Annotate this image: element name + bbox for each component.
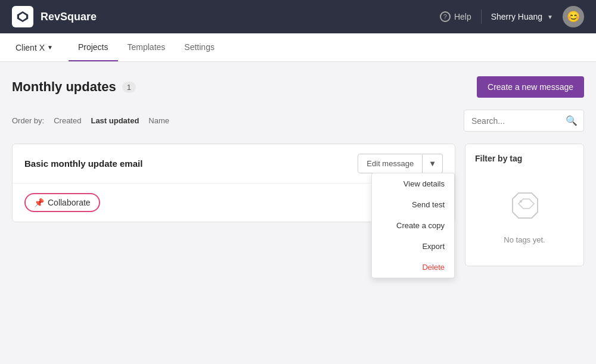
dropdown-delete[interactable]: Delete [372, 257, 454, 278]
nav-left: RevSquare [12, 6, 97, 27]
content-area: Basic monthly update email Edit message … [12, 144, 455, 266]
collaborate-tag: 📌 Collaborate [24, 193, 100, 212]
search-icon[interactable]: 🔍 [560, 110, 583, 131]
edit-message-dropdown-button[interactable]: ▼ [423, 154, 443, 173]
help-label: Help [454, 12, 471, 21]
order-by-created[interactable]: Created [49, 114, 86, 127]
message-card-title: Basic monthly update email [24, 158, 142, 169]
client-chevron-icon: ▼ [47, 44, 53, 51]
create-message-button[interactable]: Create a new message [477, 76, 584, 98]
client-name: Client X [15, 43, 45, 52]
main-layout: Basic monthly update email Edit message … [12, 144, 584, 266]
user-menu[interactable]: Sherry Huang ▼ [491, 12, 553, 21]
count-badge: 1 [122, 82, 136, 93]
dropdown-create-copy[interactable]: Create a copy [372, 215, 454, 236]
filter-sidebar: Filter by tag No tags yet. [465, 144, 584, 266]
dropdown-view-details[interactable]: View details [372, 173, 454, 194]
title-section: Monthly updates 1 [12, 79, 136, 95]
order-search-row: Order by: Created Last updated Name 🔍 [12, 110, 584, 132]
filter-title: Filter by tag [475, 154, 574, 163]
tag-icon [507, 187, 542, 229]
avatar[interactable]: 😊 [563, 6, 584, 27]
sub-navigation: Client X ▼ Projects Templates Settings [0, 33, 596, 62]
collaborate-label: Collaborate [48, 198, 91, 207]
search-container: 🔍 [464, 110, 584, 132]
collaborate-icon: 📌 [34, 198, 44, 207]
no-tags-text: No tags yet. [504, 235, 545, 244]
order-by-label: Order by: [12, 116, 44, 125]
dropdown-export[interactable]: Export [372, 236, 454, 257]
filter-sidebar-card: Filter by tag No tags yet. [465, 144, 584, 266]
dropdown-menu: View details Send test Create a copy Exp… [371, 173, 455, 278]
avatar-emoji: 😊 [567, 10, 580, 23]
tab-projects[interactable]: Projects [69, 34, 118, 61]
nav-divider [481, 10, 482, 24]
order-by-name[interactable]: Name [144, 114, 174, 127]
nav-tabs: Projects Templates Settings [69, 34, 224, 61]
message-card-header: Basic monthly update email Edit message … [13, 144, 455, 183]
svg-point-2 [520, 200, 522, 203]
app-name: RevSquare [41, 11, 97, 23]
page-header: Monthly updates 1 Create a new message [12, 76, 584, 98]
edit-message-button[interactable]: Edit message [358, 154, 423, 173]
user-name: Sherry Huang [491, 12, 542, 21]
nav-right: ? Help Sherry Huang ▼ 😊 [440, 6, 584, 27]
chevron-down-icon: ▼ [547, 14, 553, 20]
help-circle-icon: ? [440, 11, 451, 22]
client-selector[interactable]: Client X ▼ [12, 41, 57, 55]
no-tags-area: No tags yet. [475, 175, 574, 256]
edit-button-group: Edit message ▼ [358, 154, 443, 173]
app-logo[interactable] [12, 6, 33, 27]
message-card: Basic monthly update email Edit message … [12, 144, 455, 222]
top-navigation: RevSquare ? Help Sherry Huang ▼ 😊 [0, 0, 596, 33]
tab-templates[interactable]: Templates [118, 34, 175, 61]
page-content: Monthly updates 1 Create a new message O… [0, 62, 596, 281]
help-button[interactable]: ? Help [440, 11, 471, 22]
order-by-section: Order by: Created Last updated Name [12, 114, 174, 127]
order-by-last-updated[interactable]: Last updated [86, 114, 144, 127]
dropdown-send-test[interactable]: Send test [372, 194, 454, 215]
search-input[interactable] [464, 111, 560, 130]
page-title: Monthly updates [12, 79, 116, 95]
tab-settings[interactable]: Settings [175, 34, 224, 61]
